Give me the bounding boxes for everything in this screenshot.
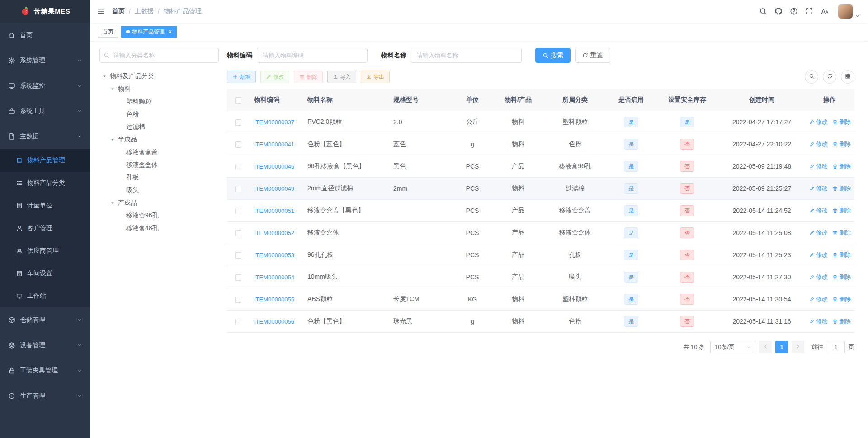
table-row[interactable]: ITEM0000005410mm吸头PCS产品吸头是否2022-05-14 11…	[227, 266, 854, 288]
tab-物料产品管理[interactable]: 物料产品管理×	[121, 26, 177, 38]
tree-node[interactable]: 半成品	[99, 133, 219, 146]
row-edit-link[interactable]: 修改	[809, 162, 828, 170]
tree-node[interactable]: 物料及产品分类	[99, 70, 219, 83]
category-search-input[interactable]	[99, 48, 219, 63]
sidebar-item-workstation[interactable]: 工作站	[0, 285, 90, 307]
table-row[interactable]: ITEM000000492mm直径过滤棉2mmPCS物料过滤棉是否2022-05…	[227, 177, 854, 199]
row-checkbox[interactable]	[235, 164, 241, 170]
avatar[interactable]	[838, 4, 853, 19]
add-button[interactable]: 新增	[227, 71, 256, 83]
page-number-button[interactable]: 1	[775, 341, 788, 353]
tree-node[interactable]: 移液盒盒盖	[99, 146, 219, 159]
tree-node[interactable]: 吸头	[99, 184, 219, 197]
export-button[interactable]: 导出	[361, 71, 390, 83]
caret-down-icon[interactable]	[110, 87, 118, 91]
row-edit-link[interactable]: 修改	[809, 295, 828, 303]
sidebar-item-system-management[interactable]: 系统管理	[0, 48, 90, 73]
row-checkbox[interactable]	[235, 186, 241, 192]
row-checkbox[interactable]	[235, 319, 241, 325]
tree-node[interactable]: 产成品	[99, 197, 219, 209]
safety-stock-tag[interactable]: 是	[680, 117, 694, 127]
sidebar-item-home[interactable]: 首页	[0, 23, 90, 48]
enabled-tag[interactable]: 是	[624, 161, 638, 172]
table-row[interactable]: ITEM0000004696孔移液盒【黑色】黑色PCS产品移液盒96孔是否202…	[227, 155, 854, 177]
safety-stock-tag[interactable]: 否	[680, 316, 694, 327]
row-edit-link[interactable]: 修改	[809, 118, 828, 126]
row-delete-link[interactable]: 删除	[832, 273, 851, 281]
row-delete-link[interactable]: 删除	[832, 207, 851, 215]
item-code-link[interactable]: ITEM00000056	[254, 318, 294, 325]
tree-node[interactable]: 色粉	[99, 108, 219, 121]
sidebar-item-master-data[interactable]: 主数据	[0, 124, 90, 149]
delete-button[interactable]: 删除	[294, 71, 323, 83]
enabled-tag[interactable]: 是	[624, 227, 638, 238]
row-checkbox[interactable]	[235, 252, 241, 259]
enabled-tag[interactable]: 是	[624, 250, 638, 260]
sidebar-item-production-management[interactable]: 生产管理	[0, 383, 90, 409]
row-checkbox[interactable]	[235, 208, 241, 214]
tab-首页[interactable]: 首页	[98, 26, 118, 38]
sidebar-item-system-monitor[interactable]: 系统监控	[0, 73, 90, 99]
tree-node[interactable]: 移液盒盒体	[99, 159, 219, 171]
item-code-link[interactable]: ITEM00000046	[254, 163, 294, 170]
enabled-tag[interactable]: 是	[624, 117, 638, 127]
enabled-tag[interactable]: 是	[624, 294, 638, 305]
safety-stock-tag[interactable]: 否	[680, 250, 694, 260]
material-name-input[interactable]	[411, 48, 522, 63]
safety-stock-tag[interactable]: 否	[680, 161, 694, 172]
table-row[interactable]: ITEM00000052移液盒盒体PCS产品移液盒盒体是否2022-05-14 …	[227, 221, 854, 244]
sidebar-item-customer-management[interactable]: 客户管理	[0, 217, 90, 240]
row-checkbox[interactable]	[235, 119, 241, 126]
table-row[interactable]: ITEM00000037PVC2.0颗粒2.0公斤物料塑料颗粒是是2022-04…	[227, 111, 854, 133]
row-delete-link[interactable]: 删除	[832, 317, 851, 325]
tree-node[interactable]: 移液盒96孔	[99, 209, 219, 222]
row-edit-link[interactable]: 修改	[809, 317, 828, 325]
table-row[interactable]: ITEM00000041色粉【蓝色】蓝色g物料色粉是否2022-04-27 22…	[227, 133, 854, 155]
item-code-link[interactable]: ITEM00000049	[254, 185, 294, 192]
row-delete-link[interactable]: 删除	[832, 229, 851, 237]
sidebar-item-system-tools[interactable]: 系统工具	[0, 99, 90, 124]
row-edit-link[interactable]: 修改	[809, 229, 828, 237]
sidebar-item-fixture-management[interactable]: 工装夹具管理	[0, 358, 90, 383]
user-menu[interactable]	[838, 4, 860, 19]
table-row[interactable]: ITEM0000005396孔孔板PCS产品孔板是否2022-05-14 11:…	[227, 244, 854, 266]
row-edit-link[interactable]: 修改	[809, 184, 828, 193]
breadcrumb-item[interactable]: 首页	[112, 7, 125, 15]
github-icon[interactable]	[774, 7, 783, 15]
toggle-search-button[interactable]	[805, 70, 818, 84]
row-edit-link[interactable]: 修改	[809, 251, 828, 259]
column-settings-button[interactable]	[841, 70, 854, 84]
import-button[interactable]: 导入	[327, 71, 356, 83]
sidebar-item-material-product-management[interactable]: 物料产品管理	[0, 149, 90, 172]
row-delete-link[interactable]: 删除	[832, 118, 851, 126]
material-code-input[interactable]	[257, 48, 368, 63]
row-checkbox[interactable]	[235, 297, 241, 303]
tab-close-icon[interactable]: ×	[168, 28, 172, 35]
safety-stock-tag[interactable]: 否	[680, 294, 694, 305]
reset-button[interactable]: 重置	[575, 48, 610, 63]
table-row[interactable]: ITEM00000056色粉【黑色】珠光黑g物料色粉是否2022-05-14 1…	[227, 310, 854, 332]
safety-stock-tag[interactable]: 否	[680, 227, 694, 238]
search-button[interactable]: 搜索	[535, 48, 571, 63]
breadcrumb-item[interactable]: 主数据	[135, 7, 154, 15]
safety-stock-tag[interactable]: 否	[680, 272, 694, 283]
tree-node[interactable]: 移液盒48孔	[99, 222, 219, 235]
item-code-link[interactable]: ITEM00000051	[254, 207, 294, 214]
search-icon[interactable]	[759, 7, 767, 15]
safety-stock-tag[interactable]: 否	[680, 205, 694, 216]
sidebar-item-measure-unit[interactable]: 计量单位	[0, 194, 90, 217]
enabled-tag[interactable]: 是	[624, 183, 638, 194]
edit-button[interactable]: 修改	[260, 71, 289, 83]
row-checkbox[interactable]	[235, 230, 241, 236]
fullscreen-icon[interactable]	[805, 7, 813, 15]
goto-page-input[interactable]	[827, 341, 845, 353]
item-code-link[interactable]: ITEM00000053	[254, 252, 294, 259]
sidebar-item-equipment-management[interactable]: 设备管理	[0, 333, 90, 358]
refresh-table-button[interactable]	[823, 70, 836, 84]
sidebar-item-warehouse-management[interactable]: 仓储管理	[0, 307, 90, 333]
safety-stock-tag[interactable]: 否	[680, 183, 694, 194]
row-delete-link[interactable]: 删除	[832, 295, 851, 303]
row-edit-link[interactable]: 修改	[809, 207, 828, 215]
row-edit-link[interactable]: 修改	[809, 273, 828, 281]
tree-node[interactable]: 物料	[99, 83, 219, 95]
